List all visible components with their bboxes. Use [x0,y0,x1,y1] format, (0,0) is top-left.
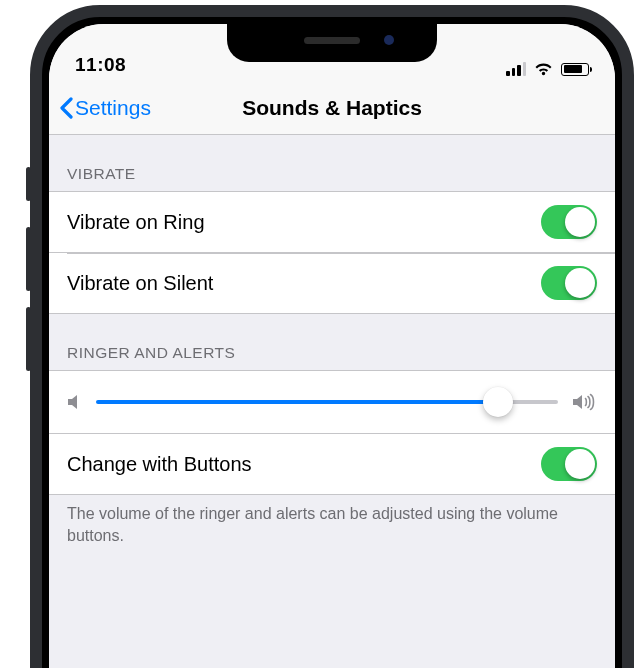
section-header-vibrate: VIBRATE [49,135,615,191]
notch [227,24,437,62]
mute-switch [26,167,31,201]
battery-icon [561,63,589,76]
row-ringer-volume [49,370,615,434]
volume-down-button-hardware [26,307,31,371]
section-footer-ringer: The volume of the ringer and alerts can … [49,495,615,562]
screen: 11:08 Settings Sounds & Haptics VIBRATE … [49,24,615,668]
iphone-device-frame: 11:08 Settings Sounds & Haptics VIBRATE … [30,5,634,668]
row-vibrate-on-silent[interactable]: Vibrate on Silent [49,253,615,314]
back-label: Settings [75,96,151,120]
row-label: Vibrate on Silent [67,272,541,295]
volume-up-button-hardware [26,227,31,291]
volume-high-icon [572,392,597,412]
toggle-change-with-buttons[interactable] [541,447,597,481]
status-time: 11:08 [75,54,126,76]
toggle-vibrate-on-silent[interactable] [541,266,597,300]
chevron-left-icon [59,97,73,119]
back-button[interactable]: Settings [49,96,151,120]
volume-low-icon [67,393,82,411]
ringer-volume-slider[interactable] [96,387,558,417]
row-label: Change with Buttons [67,453,541,476]
row-label: Vibrate on Ring [67,211,541,234]
row-change-with-buttons[interactable]: Change with Buttons [49,434,615,495]
navigation-bar: Settings Sounds & Haptics [49,82,615,135]
row-vibrate-on-ring[interactable]: Vibrate on Ring [49,191,615,253]
section-header-ringer-alerts: RINGER AND ALERTS [49,314,615,370]
cellular-icon [506,62,526,76]
wifi-icon [534,62,553,76]
toggle-vibrate-on-ring[interactable] [541,205,597,239]
